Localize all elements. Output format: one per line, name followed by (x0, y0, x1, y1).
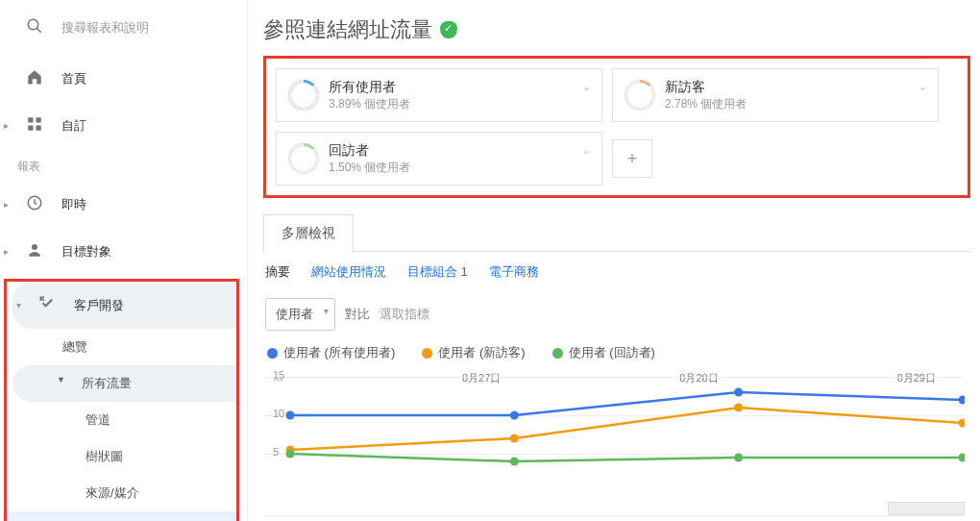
vs-label: 對比 (345, 306, 370, 323)
nav-sub-label: 樹狀圖 (86, 449, 123, 463)
subtab-goal-set-1[interactable]: 目標組合 1 (407, 263, 468, 281)
nav-label: 首頁 (61, 70, 86, 87)
svg-point-16 (286, 450, 295, 459)
chevron-down-icon[interactable]: ⌄ (918, 79, 928, 93)
dot-icon (552, 348, 563, 359)
nav-channels[interactable]: 管道 (7, 402, 236, 438)
home-icon (23, 68, 46, 88)
pick-metric-link[interactable]: 選取指標 (380, 306, 429, 323)
svg-rect-2 (28, 117, 33, 122)
nav-custom[interactable]: ▸ 自訂 (0, 102, 247, 149)
caret-down-icon: ▼ (57, 375, 65, 385)
tab-explorer[interactable]: 多層檢視 (263, 214, 354, 252)
nav-audience[interactable]: ▸ 目標對象 (0, 228, 247, 275)
verified-shield-icon (440, 21, 457, 38)
segment-name: 所有使用者 (329, 79, 410, 96)
segment-new-visitors[interactable]: 新訪客 2.78% 個使用者 ⌄ (612, 68, 939, 122)
nav-label: 即時 (61, 196, 86, 213)
svg-point-14 (734, 404, 743, 412)
add-segment-button[interactable]: + (612, 139, 652, 178)
svg-point-17 (510, 458, 519, 466)
nav-source-medium[interactable]: 來源/媒介 (7, 475, 236, 511)
svg-point-11 (959, 396, 966, 405)
segment-sub: 1.50% 個使用者 (329, 160, 410, 176)
select-value: 使用者 (276, 307, 313, 321)
nav-sub-label: 管道 (86, 412, 110, 427)
segment-name: 回訪者 (329, 142, 410, 160)
nav-label: 目標對象 (61, 243, 111, 260)
dashboard-icon (23, 115, 46, 136)
reports-section-title: 報表 (0, 149, 247, 181)
nav-acquisition[interactable]: ▾ 客戶開發 (12, 282, 236, 329)
nav-label: 自訂 (61, 117, 86, 135)
search-placeholder: 搜尋報表和說明 (61, 19, 149, 37)
legend-item: 使用者 (所有使用者) (267, 344, 395, 361)
nav-realtime[interactable]: ▸ 即時 (0, 181, 247, 228)
chart: 15 10 5 …8月27日8月28日8月29日 (263, 367, 965, 516)
svg-rect-4 (28, 126, 33, 131)
nav-sub-label: 所有流量 (68, 376, 132, 390)
acquisition-highlight: ▾ 客戶開發 總覽 ▼ 所有流量 管道 樹狀圖 來源/媒介 參照連結網址 (4, 279, 239, 521)
metric-select[interactable]: 使用者 (265, 298, 335, 331)
segments-box: 所有使用者 3.89% 個使用者 ⌄ 新訪客 2.78% 個使用者 ⌄ 回訪者 … (263, 56, 970, 198)
svg-point-10 (734, 388, 743, 397)
nav-treemap[interactable]: 樹狀圖 (7, 438, 236, 475)
caret-icon: ▸ (4, 120, 9, 131)
nav-overview[interactable]: 總覽 (7, 329, 236, 365)
caret-down-icon: ▾ (16, 300, 21, 310)
tab-label: 多層檢視 (282, 225, 335, 240)
segment-all-users[interactable]: 所有使用者 3.89% 個使用者 ⌄ (276, 68, 602, 122)
nav-sub-label: 來源/媒介 (86, 485, 139, 500)
svg-point-15 (959, 419, 966, 428)
legend-item: 使用者 (新訪客) (422, 344, 525, 361)
svg-rect-5 (37, 126, 41, 131)
nav-sub-label: 總覽 (62, 339, 87, 354)
main: 參照連結網址流量 所有使用者 3.89% 個使用者 ⌄ 新訪客 2.78% 個使… (248, 0, 980, 521)
subtab-ecommerce[interactable]: 電子商務 (489, 263, 539, 281)
donut-icon (288, 80, 319, 111)
sidebar: 搜尋報表和說明 首頁 ▸ 自訂 報表 ▸ 即時 ▸ (0, 0, 248, 521)
legend-label: 使用者 (回訪者) (569, 344, 655, 361)
caret-icon: ▸ (4, 199, 9, 210)
legend-label: 使用者 (新訪客) (438, 344, 525, 361)
search-row[interactable]: 搜尋報表和說明 (0, 13, 247, 55)
segment-returning[interactable]: 回訪者 1.50% 個使用者 ⌄ (276, 132, 602, 186)
subtab-site-usage[interactable]: 網站使用情況 (311, 263, 386, 281)
chart-legend: 使用者 (所有使用者) 使用者 (新訪客) 使用者 (回訪者) (263, 344, 970, 361)
clock-icon (23, 194, 46, 214)
segment-sub: 2.78% 個使用者 (665, 96, 747, 112)
svg-point-9 (510, 411, 519, 420)
acquisition-icon (36, 295, 59, 315)
chart-svg (263, 367, 965, 492)
svg-line-1 (37, 28, 41, 33)
search-icon (23, 17, 46, 37)
scroll-thumb[interactable] (888, 502, 965, 515)
legend-item: 使用者 (回訪者) (552, 344, 655, 361)
chevron-down-icon[interactable]: ⌄ (581, 142, 592, 157)
svg-point-7 (32, 244, 37, 250)
svg-point-0 (28, 19, 38, 30)
segment-sub: 3.89% 個使用者 (329, 96, 410, 112)
dot-icon (422, 348, 432, 359)
svg-point-18 (734, 454, 743, 462)
donut-icon (288, 143, 319, 174)
caret-icon: ▸ (4, 246, 9, 257)
svg-point-13 (510, 434, 519, 443)
donut-icon (625, 80, 655, 111)
nav-home[interactable]: 首頁 (0, 55, 247, 102)
legend-label: 使用者 (所有使用者) (283, 344, 395, 361)
subtab-summary[interactable]: 摘要 (265, 263, 290, 281)
page-title: 參照連結網址流量 (263, 15, 432, 44)
svg-rect-3 (37, 117, 41, 122)
svg-point-8 (286, 411, 295, 420)
svg-point-19 (959, 454, 966, 462)
nav-all-traffic[interactable]: ▼ 所有流量 (12, 365, 236, 402)
nav-label: 客戶開發 (74, 297, 124, 314)
chevron-down-icon[interactable]: ⌄ (581, 79, 592, 93)
segment-name: 新訪客 (665, 79, 747, 96)
dot-icon (267, 348, 278, 359)
nav-referrals[interactable]: 參照連結網址 (7, 511, 236, 521)
person-icon (23, 241, 46, 261)
